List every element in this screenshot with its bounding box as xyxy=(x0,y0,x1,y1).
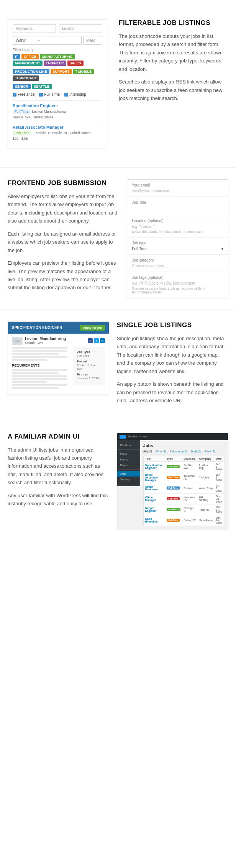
job-row-type: Full Time xyxy=(165,461,182,472)
posted-label: Posted xyxy=(77,360,102,363)
apply-button[interactable]: Apply for job xyxy=(80,325,105,331)
location-label: Location (optional) xyxy=(132,219,223,223)
job-row-location: New York, NY xyxy=(182,493,198,504)
company-name: Leviton Manufacturing xyxy=(25,337,85,341)
sjm-job-title: SPECIFICATION ENGINEER xyxy=(12,326,62,330)
checkbox-fulltime[interactable]: Full Time xyxy=(39,92,60,97)
location-note: Leave this blank if the location is not … xyxy=(132,230,223,234)
job-row-title[interactable]: Senior Developer xyxy=(143,483,165,493)
job-row-title[interactable]: Sales Executive xyxy=(143,515,165,526)
section-admin-ui: A FAMILIAR ADMIN UI The admin UI lists j… xyxy=(0,421,236,541)
filter-draft[interactable]: Draft (2) xyxy=(191,450,201,454)
job-category-input[interactable]: Choose a category... xyxy=(132,264,223,268)
submission-form-column: Your email you@yourdomain.com Job Title … xyxy=(127,179,228,298)
keywords-input[interactable]: Keywords xyxy=(13,24,56,33)
job-submission-form: Your email you@yourdomain.com Job Title … xyxy=(127,179,228,298)
job-row-title[interactable]: Specification Engineer xyxy=(143,461,165,472)
job-title-2[interactable]: Retail Associate Manager xyxy=(13,125,102,129)
sidebar-divider-2 xyxy=(117,469,140,470)
job-row-title[interactable]: Support Engineer xyxy=(143,504,165,515)
admin-filter-bar: All (14) | Mine (3) | Published (10) | D… xyxy=(143,450,225,454)
email-input[interactable]: you@yourdomain.com xyxy=(132,189,223,193)
miles-input[interactable]: Miles xyxy=(83,36,102,45)
company-name-1: Leviton Manufacturing xyxy=(32,110,66,113)
job-row-location: Seattle, WA xyxy=(182,461,198,472)
job-type-sidebar-label: Job Type xyxy=(77,350,102,354)
sidebar-posts[interactable]: Posts xyxy=(117,451,140,457)
email-label: Your email xyxy=(132,183,223,187)
job-row-title[interactable]: Retail Associate Manager xyxy=(143,472,165,483)
section4-title: A FAMILIAR ADMIN UI xyxy=(8,433,109,441)
text-line xyxy=(12,375,67,377)
section2-para2: Each listing can be assigned an email ad… xyxy=(8,230,119,254)
tag-manufacturing[interactable]: MANUFACTURING xyxy=(40,54,75,59)
job-row-title[interactable]: Office Manager xyxy=(143,493,165,504)
sidebar-dashboard[interactable]: Dashboard xyxy=(117,442,140,448)
sidebar-media[interactable]: Media xyxy=(117,457,140,462)
job-meta-1: Full Time Leviton Manufacturing Seattle,… xyxy=(13,109,102,119)
section-filterable: Keywords Location Within ▾ Miles Filter … xyxy=(0,0,236,167)
table-row: Office Manager Full Time New York, NY HR… xyxy=(143,493,225,504)
job-category-label: Job category xyxy=(132,258,223,262)
sidebar-posted: Posted Posted 2 days ago xyxy=(77,360,102,370)
tag-senior[interactable]: SENIOR xyxy=(13,84,31,89)
col-header-date: Date xyxy=(214,456,225,461)
filter-published[interactable]: Published (10) xyxy=(170,450,187,454)
job-search-widget: Keywords Location Within ▾ Miles Filter … xyxy=(8,19,107,148)
linkedin-icon[interactable]: in xyxy=(100,338,105,343)
location-input[interactable]: e.g. "London" xyxy=(132,224,223,229)
location-text-2: Trussville, AL, United States xyxy=(48,131,90,135)
social-links: f t in xyxy=(88,338,105,343)
tag-support[interactable]: SUPPORT xyxy=(51,69,72,74)
table-header-row: Title Type Location Company Date xyxy=(143,456,225,461)
within-select[interactable]: Within ▾ xyxy=(13,36,82,45)
location-field: Location (optional) e.g. "London" Leave … xyxy=(127,215,228,237)
sidebar-jobs[interactable]: Jobs xyxy=(117,471,140,477)
expires-label: Expires xyxy=(77,373,102,376)
twitter-icon[interactable]: t xyxy=(94,338,99,343)
filter-by-tag-label: Filter by tag: xyxy=(13,48,102,52)
filter-mine[interactable]: Mine (3) xyxy=(156,450,166,454)
filter-separator-2: | xyxy=(167,450,168,454)
job-tags-input[interactable]: e.g. PHP, Social Media, Management xyxy=(132,281,223,285)
status-badge: Full Time xyxy=(167,486,180,490)
sjm-body: LOGO Leviton Manufacturing Seattle, WA f… xyxy=(8,334,109,395)
table-row: Specification Engineer Full Time Seattle… xyxy=(143,461,225,472)
tag-temporary[interactable]: TEMPORARY xyxy=(13,75,39,81)
location-input[interactable]: Location xyxy=(59,24,102,33)
job-row-location: Dallas, TX xyxy=(182,515,198,526)
tag-tmobile[interactable]: T-MOBILE xyxy=(73,69,94,74)
tag-office[interactable]: OFFICE xyxy=(21,54,39,59)
job-row-type: Full Time xyxy=(165,515,182,526)
filter-filled[interactable]: Filled (2) xyxy=(205,450,215,454)
checkbox-internship[interactable]: Internship xyxy=(64,92,86,97)
facebook-icon[interactable]: f xyxy=(88,338,93,343)
job-title-1[interactable]: Specification Engineer xyxy=(13,103,102,108)
tag-seattle[interactable]: SEATTLE xyxy=(32,84,52,89)
topbar-site-name: My Site xyxy=(128,435,137,438)
section3-para1: Single job listings show the job descrip… xyxy=(117,334,228,375)
status-badge: Part Time xyxy=(167,476,180,479)
job-type-arrow-icon: ▾ xyxy=(221,247,223,251)
topbar-plus-icon[interactable]: + New xyxy=(139,435,147,438)
filter-separator-3: | xyxy=(188,450,189,454)
job-title-input[interactable] xyxy=(132,206,223,211)
tag-it[interactable]: IT xyxy=(13,54,20,59)
tag-sales[interactable]: SALES xyxy=(67,61,84,66)
job-row-company: HR Staffing xyxy=(198,493,214,504)
sidebar-pages[interactable]: Pages xyxy=(117,462,140,468)
filter-all[interactable]: All (14) xyxy=(143,450,152,454)
text-line xyxy=(12,347,67,349)
job-listing-2: Retail Associate Manager Part Time T-Mob… xyxy=(13,122,102,143)
section1-title: FILTERABLE JOB LISTINGS xyxy=(119,19,228,27)
checkbox-freelance[interactable]: Freelance xyxy=(13,92,34,97)
checkbox-internship-label: Internship xyxy=(69,92,86,97)
tag-management[interactable]: MANAGEMENT xyxy=(13,61,43,66)
tag-production[interactable]: PRODUCTION LINE xyxy=(13,69,49,74)
section-frontend-submission: FRONTEND JOB SUBMISSION Allow employers … xyxy=(0,167,236,310)
job-type-select[interactable]: Full Time ▾ xyxy=(132,247,223,251)
sidebar-settings[interactable]: Settings xyxy=(117,477,140,482)
tag-engineer[interactable]: ENGINEER xyxy=(44,61,66,66)
job-row-date: Jan 5, 2016 xyxy=(214,461,225,472)
table-row: Retail Associate Manager Part Time Truss… xyxy=(143,472,225,483)
